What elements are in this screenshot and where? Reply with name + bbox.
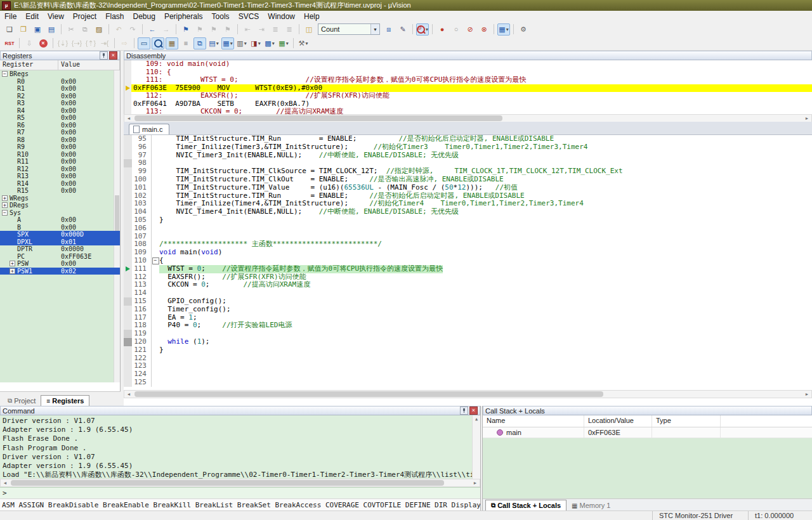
register-row-r1[interactable]: R10x00: [0, 85, 120, 93]
tab-memory-1[interactable]: ▦Memory 1: [566, 500, 615, 510]
editor-hscrollbar[interactable]: ◄ ►: [124, 390, 812, 398]
register-row-r12[interactable]: R120x00: [0, 166, 120, 173]
new-file-icon[interactable]: ❏: [3, 23, 16, 36]
forward-icon[interactable]: →: [160, 23, 173, 36]
register-row-r8[interactable]: R80x00: [0, 136, 120, 144]
editor-margin[interactable]: [124, 265, 132, 273]
browse-info-icon[interactable]: ⧈: [383, 23, 395, 36]
editor-margin[interactable]: [124, 289, 132, 297]
editor-margin[interactable]: [124, 152, 132, 160]
register-row-r9[interactable]: R90x00: [0, 143, 120, 151]
command-hscrollbar[interactable]: ◄ ►: [0, 479, 480, 487]
register-row-spx[interactable]: SPX0x000D: [0, 231, 120, 238]
tab-call-stack-locals[interactable]: ⧉Call Stack + Locals: [485, 500, 566, 510]
pin-icon[interactable]: [460, 406, 468, 415]
menu-tools[interactable]: Tools: [207, 11, 234, 22]
editor-margin[interactable]: [124, 233, 132, 241]
save-all-icon[interactable]: ▤: [45, 23, 58, 36]
editor-margin[interactable]: [124, 249, 132, 257]
open-file-icon[interactable]: ❒: [17, 23, 30, 36]
disassembly-code[interactable]: 109: void main(void) 110: { 111: WTST = …: [124, 60, 812, 114]
copy-icon[interactable]: ⧉: [79, 23, 91, 36]
command-output[interactable]: ▲ Driver version : V1.07Adapter version …: [0, 415, 480, 479]
close-icon[interactable]: ×: [109, 51, 117, 60]
editor-margin[interactable]: [124, 176, 132, 184]
trace-windows-icon[interactable]: ▩▾: [263, 37, 276, 49]
tab-project[interactable]: ⧉Project: [3, 396, 41, 406]
scroll-left-icon[interactable]: ◄: [124, 392, 133, 396]
register-row-r4[interactable]: R40x00: [0, 107, 120, 115]
register-row-r2[interactable]: R20x00: [0, 93, 120, 100]
run-to-cursor-icon[interactable]: ⇥{: [98, 37, 111, 49]
prev-bookmark-icon[interactable]: ⚑: [193, 23, 206, 36]
comment-icon[interactable]: ≣: [269, 23, 282, 36]
registers-window-icon[interactable]: ≡: [180, 37, 192, 49]
show-next-statement-icon[interactable]: ⇨: [118, 37, 131, 49]
menu-flash[interactable]: Flash: [101, 11, 128, 22]
editor-margin[interactable]: [124, 314, 132, 322]
find-in-files-icon[interactable]: ▾: [416, 23, 429, 36]
toolbox-icon[interactable]: ⚒▾: [297, 37, 310, 49]
find-symbol-icon[interactable]: ✎: [396, 23, 409, 36]
undo-icon[interactable]: ↶: [112, 23, 125, 36]
enable-breakpoint-icon[interactable]: ○: [450, 23, 462, 36]
register-row-r15[interactable]: R150x00: [0, 187, 120, 195]
symbols-window-icon[interactable]: ▦: [166, 37, 178, 49]
editor-margin[interactable]: [124, 330, 132, 338]
editor-margin[interactable]: [124, 322, 132, 330]
editor-margin[interactable]: [124, 208, 132, 216]
serial-windows-icon[interactable]: ▥▾: [235, 37, 248, 49]
indent-icon[interactable]: ⇥: [255, 23, 268, 36]
editor-margin[interactable]: [124, 240, 132, 249]
pin-icon[interactable]: [100, 51, 108, 60]
watch-windows-icon[interactable]: ▤▾: [207, 37, 220, 49]
editor-margin[interactable]: [124, 257, 132, 265]
scroll-up-icon[interactable]: ▲: [473, 415, 480, 423]
register-row-r3[interactable]: R30x00: [0, 100, 120, 107]
menu-edit[interactable]: Edit: [21, 11, 43, 22]
registers-tree[interactable]: −BRegsR00x00R10x00R20x00R30x00R40x00R50x…: [0, 70, 120, 382]
menu-peripherals[interactable]: Peripherals: [160, 11, 207, 22]
editor-margin[interactable]: [124, 143, 132, 152]
back-icon[interactable]: ←: [146, 23, 159, 36]
editor-margin[interactable]: [124, 216, 132, 224]
redo-icon[interactable]: ↷: [126, 23, 139, 36]
editor-margin[interactable]: [124, 297, 132, 306]
command-window-icon[interactable]: ▭: [138, 37, 150, 49]
register-row-r14[interactable]: R140x00: [0, 180, 120, 188]
expand-icon[interactable]: +: [10, 268, 15, 274]
editor-margin[interactable]: [124, 306, 132, 314]
editor-margin[interactable]: [124, 281, 132, 289]
callstack-row-main[interactable]: main0xFF063E: [483, 427, 812, 438]
editor-margin[interactable]: [124, 379, 132, 387]
next-bookmark-icon[interactable]: ⚑: [207, 23, 220, 36]
editor-margin[interactable]: [124, 200, 132, 208]
editor-margin[interactable]: [124, 346, 132, 354]
scroll-left-icon[interactable]: ◄: [124, 116, 133, 120]
paste-icon[interactable]: ▨: [93, 23, 105, 36]
flash-download-icon[interactable]: ⇩: [23, 37, 36, 49]
tab-main-c[interactable]: main.c: [129, 124, 169, 134]
fold-collapse-icon[interactable]: −: [152, 257, 159, 264]
register-row-sys[interactable]: −Sys: [0, 209, 120, 217]
collapse-icon[interactable]: −: [2, 71, 8, 77]
register-row-bregs[interactable]: −BRegs: [0, 70, 120, 78]
register-row-wregs[interactable]: +WRegs: [0, 195, 120, 202]
collapse-icon[interactable]: −: [2, 210, 8, 216]
kill-all-breakpoints-icon[interactable]: ⊗: [478, 23, 490, 36]
step-over-icon[interactable]: {⇢}: [70, 37, 83, 49]
register-row-r6[interactable]: R60x00: [0, 122, 120, 129]
register-row-r5[interactable]: R50x00: [0, 114, 120, 122]
editor-margin[interactable]: [124, 167, 132, 176]
uncomment-icon[interactable]: ≣: [283, 23, 296, 36]
register-row-psw1[interactable]: +PSW10x02: [0, 268, 120, 275]
clear-bookmarks-icon[interactable]: ⚑: [221, 23, 234, 36]
expand-icon[interactable]: +: [2, 195, 8, 201]
cut-icon[interactable]: ✂: [65, 23, 77, 36]
register-row-a[interactable]: A0x00: [0, 216, 120, 224]
save-icon[interactable]: ▣: [31, 23, 44, 36]
watch-book-icon[interactable]: ◫: [303, 23, 315, 36]
fold-margin[interactable]: −: [151, 257, 159, 265]
editor-margin[interactable]: [124, 273, 132, 282]
command-input-line[interactable]: >: [0, 487, 480, 498]
